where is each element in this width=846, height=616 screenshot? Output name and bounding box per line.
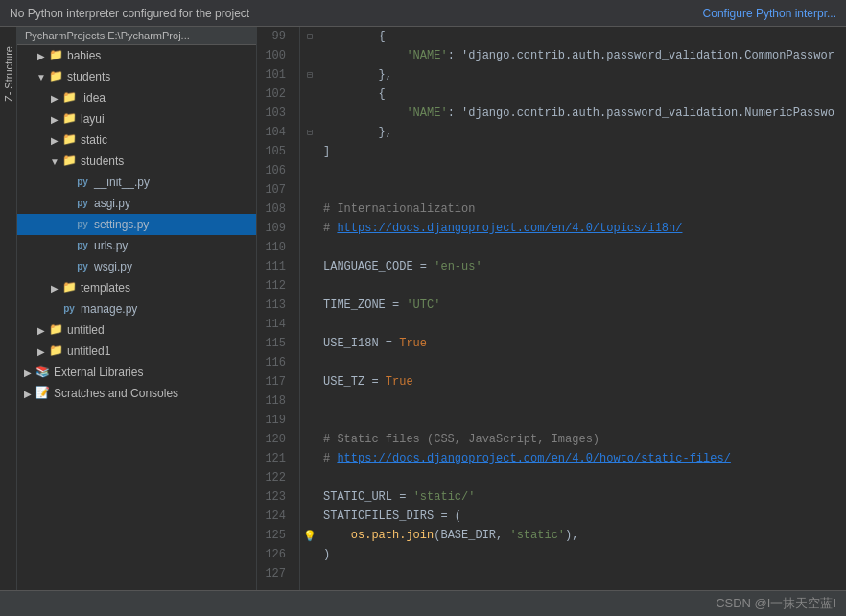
gutter-127 xyxy=(300,564,319,583)
line-number-125: 125 xyxy=(257,526,292,545)
gutter-99: ⊟ xyxy=(300,27,319,46)
tree-item-idea[interactable]: ▶📁.idea xyxy=(17,87,256,108)
code-line-116 xyxy=(323,353,846,372)
gutter-103 xyxy=(300,104,319,123)
tree-item-babies[interactable]: ▶📁babies xyxy=(17,45,256,66)
line-number-115: 115 xyxy=(257,334,292,353)
tree-item-untitled1[interactable]: ▶📁untitled1 xyxy=(17,341,256,362)
code-line-104: }, xyxy=(323,123,846,142)
gutter-120 xyxy=(300,430,319,449)
warning-text: No Python interpreter configured for the… xyxy=(10,7,249,20)
tree-item-label-untitled1: untitled1 xyxy=(67,344,110,358)
code-line-99: { xyxy=(323,27,846,46)
tree-items-container: ▶📁babies▼📁students▶📁.idea▶📁layui▶📁static… xyxy=(17,45,256,404)
tree-item-label-babies: babies xyxy=(67,49,101,62)
tree-item-wsgi[interactable]: pywsgi.py xyxy=(17,256,256,277)
line-numbers: 9910010110210310410510610710810911011111… xyxy=(257,27,300,590)
code-line-117: USE_TZ = True xyxy=(323,372,846,391)
structure-tab-label[interactable]: Z- Structure xyxy=(3,46,14,102)
gutter-110 xyxy=(300,238,319,257)
tree-arrow-idea: ▶ xyxy=(48,93,61,104)
gutter-115 xyxy=(300,334,319,353)
main-layout: Z- Structure PycharmProjects E:\PycharmP… xyxy=(0,27,846,590)
line-number-111: 111 xyxy=(257,257,292,276)
gutter: ⊟⊟⊟💡 xyxy=(300,27,319,590)
tree-item-label-students2: students xyxy=(81,154,124,168)
code-line-124: STATICFILES_DIRS = ( xyxy=(323,507,846,526)
tree-item-init[interactable]: py__init__.py xyxy=(17,172,256,193)
tree-item-scratches[interactable]: ▶📝Scratches and Consoles xyxy=(17,383,256,404)
tree-arrow-students2: ▼ xyxy=(48,156,61,167)
folder-icon: 📁 xyxy=(61,111,77,127)
code-line-105: ] xyxy=(323,142,846,161)
tree-arrow-static: ▶ xyxy=(48,135,61,146)
py-file-icon: py xyxy=(75,175,90,190)
tree-item-settings[interactable]: pysettings.py xyxy=(17,214,256,235)
configure-link[interactable]: Configure Python interpr... xyxy=(703,7,836,20)
line-number-127: 127 xyxy=(257,564,292,583)
line-number-114: 114 xyxy=(257,315,292,334)
line-number-99: 99 xyxy=(257,27,292,46)
line-number-102: 102 xyxy=(257,84,292,104)
tree-item-manage[interactable]: pymanage.py xyxy=(17,298,256,320)
code-line-106 xyxy=(323,161,846,180)
line-number-101: 101 xyxy=(257,65,292,84)
tree-item-asgi[interactable]: pyasgi.py xyxy=(17,193,256,214)
line-number-110: 110 xyxy=(257,238,292,257)
tree-item-label-wsgi: wsgi.py xyxy=(94,260,132,273)
tree-item-label-ext_libs: External Libraries xyxy=(54,366,143,379)
gutter-100 xyxy=(300,46,319,65)
gutter-104: ⊟ xyxy=(300,123,319,142)
code-line-108: # Internationalization xyxy=(323,200,846,219)
tree-item-untitled[interactable]: ▶📁untitled xyxy=(17,320,256,341)
tree-arrow-students: ▼ xyxy=(35,72,48,83)
tree-item-label-scratches: Scratches and Consoles xyxy=(54,387,178,400)
folder-icon: 📁 xyxy=(48,48,63,63)
structure-sidebar: Z- Structure xyxy=(0,27,17,590)
tree-arrow-untitled1: ▶ xyxy=(35,346,48,357)
tree-item-ext_libs[interactable]: ▶📚External Libraries xyxy=(17,362,256,383)
code-line-127 xyxy=(323,564,846,583)
tree-item-label-asgi: asgi.py xyxy=(94,197,130,210)
tree-item-urls[interactable]: pyurls.py xyxy=(17,235,256,256)
line-number-123: 123 xyxy=(257,487,292,507)
tree-item-label-layui: layui xyxy=(81,112,105,126)
gutter-123 xyxy=(300,487,319,507)
tree-item-label-init: __init__.py xyxy=(94,176,150,189)
tree-item-layui[interactable]: ▶📁layui xyxy=(17,108,256,130)
tree-arrow-babies: ▶ xyxy=(35,51,48,61)
tree-arrow-ext_libs: ▶ xyxy=(21,367,35,378)
gutter-108 xyxy=(300,200,319,219)
folder-icon: 📁 xyxy=(61,132,77,148)
folder-icon: 📁 xyxy=(48,69,63,84)
tree-arrow-layui: ▶ xyxy=(48,114,61,125)
code-lines[interactable]: { 'NAME': 'django.contrib.auth.password_… xyxy=(319,27,846,590)
gutter-119 xyxy=(300,411,319,430)
tree-item-label-static: static xyxy=(81,133,107,147)
code-line-121: # https://docs.djangoproject.com/en/4.0/… xyxy=(323,449,846,468)
code-line-125: os.path.join(BASE_DIR, 'static'), xyxy=(323,526,846,545)
py-file-icon: py xyxy=(75,196,90,211)
scratch-icon: 📝 xyxy=(35,386,50,401)
tree-arrow-templates: ▶ xyxy=(48,283,61,294)
gutter-118 xyxy=(300,391,319,411)
folder-icon: 📁 xyxy=(48,322,63,338)
tree-item-label-idea: .idea xyxy=(81,91,106,105)
code-line-100: 'NAME': 'django.contrib.auth.password_va… xyxy=(323,46,846,65)
tree-item-students2[interactable]: ▼📁students xyxy=(17,151,256,172)
tree-item-static[interactable]: ▶📁static xyxy=(17,130,256,151)
line-number-106: 106 xyxy=(257,161,292,180)
code-line-111: LANGUAGE_CODE = 'en-us' xyxy=(323,257,846,276)
tree-item-label-templates: templates xyxy=(81,281,130,295)
gutter-101: ⊟ xyxy=(300,65,319,84)
gutter-113 xyxy=(300,296,319,315)
code-line-126: ) xyxy=(323,545,846,564)
tree-item-students[interactable]: ▼📁students xyxy=(17,66,256,87)
tree-item-templates[interactable]: ▶📁templates xyxy=(17,277,256,298)
folder-icon: 📁 xyxy=(61,90,77,106)
extlib-icon: 📚 xyxy=(35,365,50,380)
line-number-103: 103 xyxy=(257,104,292,123)
code-line-110 xyxy=(323,238,846,257)
gutter-124 xyxy=(300,507,319,526)
tree-item-label-untitled: untitled xyxy=(67,323,105,337)
